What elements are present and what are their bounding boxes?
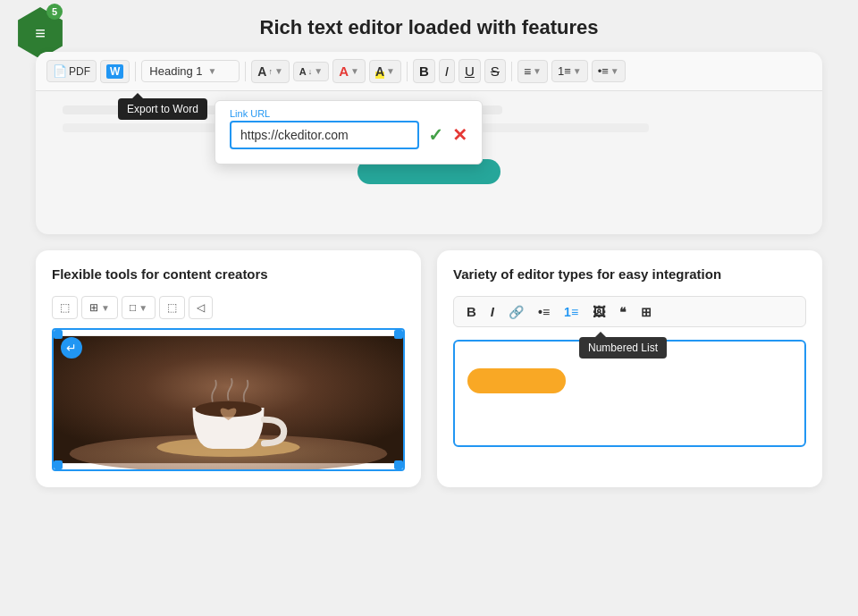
link-url-label: Link URL bbox=[226, 108, 273, 119]
right-panel-title: Variety of editor types for easy integra… bbox=[453, 266, 806, 282]
img-align-icon: □ bbox=[130, 301, 136, 314]
img-visibility-button[interactable]: ◁ bbox=[189, 296, 213, 319]
chevron-down-icon: ▼ bbox=[208, 66, 217, 76]
img-align-button[interactable]: □ ▼ bbox=[122, 296, 156, 319]
word-icon: W bbox=[106, 64, 123, 79]
pdf-icon: 📄 bbox=[53, 64, 67, 78]
bold-button[interactable]: B bbox=[413, 59, 435, 83]
link-cancel-button[interactable]: ✕ bbox=[452, 124, 467, 146]
numbered-list-icon-top: 1≡ bbox=[558, 64, 571, 78]
right-image-button[interactable]: 🖼 bbox=[589, 303, 609, 321]
chevron-down-icon-6: ▼ bbox=[533, 66, 542, 76]
coffee-image bbox=[54, 330, 403, 469]
export-pdf-button[interactable]: 📄 PDF bbox=[46, 60, 97, 82]
resize-handle-bl[interactable] bbox=[54, 460, 63, 469]
font-color-icon: A bbox=[339, 63, 349, 79]
image-container[interactable]: ↵ bbox=[52, 328, 405, 471]
right-blockquote-button[interactable]: ❝ bbox=[616, 303, 630, 321]
align-icon: ≡ bbox=[524, 64, 531, 79]
chevron-down-icon-3: ▼ bbox=[314, 66, 323, 76]
img-inline-icon: ⬚ bbox=[60, 301, 70, 314]
img-resize-icon: ⬚ bbox=[167, 301, 177, 314]
left-panel-title: Flexible tools for content creators bbox=[52, 266, 405, 282]
link-url-input[interactable] bbox=[230, 121, 419, 149]
strikethrough-button[interactable]: S bbox=[484, 59, 506, 83]
italic-button[interactable]: I bbox=[439, 59, 455, 83]
yellow-action-button[interactable] bbox=[467, 368, 566, 393]
top-editor-panel: 📄 PDF W Heading 1 ▼ A ↑ ▼ A ↓ ▼ A ▼ bbox=[36, 52, 822, 234]
export-word-tooltip: Export to Word bbox=[118, 98, 207, 120]
toolbar-separator-3 bbox=[407, 62, 408, 81]
align-button[interactable]: ≡ ▼ bbox=[517, 60, 548, 83]
right-numbered-list-button[interactable]: 1≡ bbox=[560, 303, 582, 321]
img-inline-button[interactable]: ⬚ bbox=[52, 296, 78, 319]
toolbar-separator-2 bbox=[245, 62, 246, 81]
italic-icon: I bbox=[445, 63, 449, 79]
resize-handle-br[interactable] bbox=[394, 460, 403, 469]
right-bold-button[interactable]: B bbox=[463, 302, 480, 321]
strikethrough-icon: S bbox=[491, 63, 500, 79]
font-size-down-icon: A bbox=[299, 66, 307, 77]
right-editor-toolbar: B I 🔗 •≡ 1≡ 🖼 ❝ ⊞ Numbered List bbox=[453, 296, 806, 327]
resize-handle-tr[interactable] bbox=[394, 330, 403, 339]
right-table-button[interactable]: ⊞ bbox=[637, 303, 655, 321]
toolbar-separator-1 bbox=[135, 62, 136, 81]
numbered-list-button-top[interactable]: 1≡ ▼ bbox=[551, 60, 588, 82]
logo-icon: ≡ bbox=[35, 24, 46, 42]
link-confirm-button[interactable]: ✓ bbox=[428, 124, 443, 146]
img-visibility-icon: ◁ bbox=[197, 301, 205, 314]
editor-toolbar: 📄 PDF W Heading 1 ▼ A ↑ ▼ A ↓ ▼ A ▼ bbox=[36, 52, 822, 91]
notification-badge: 5 bbox=[46, 4, 63, 20]
page-header: Rich text editor loaded with features bbox=[0, 0, 858, 52]
export-word-button[interactable]: W bbox=[100, 60, 130, 83]
font-size-increase-button[interactable]: A ↑ ▼ bbox=[251, 60, 290, 83]
right-bullet-list-button[interactable]: •≡ bbox=[534, 303, 553, 321]
chevron-down-icon-img2: ▼ bbox=[139, 303, 147, 313]
highlight-button[interactable]: A ▼ bbox=[369, 60, 401, 83]
toolbar-separator-4 bbox=[511, 62, 512, 81]
chevron-down-icon-2: ▼ bbox=[274, 66, 283, 76]
underline-icon: U bbox=[465, 63, 475, 79]
chevron-down-icon-8: ▼ bbox=[610, 66, 619, 76]
chevron-down-icon-4: ▼ bbox=[350, 66, 359, 76]
numbered-list-tooltip: Numbered List bbox=[579, 337, 667, 359]
img-resize-button[interactable]: ⬚ bbox=[159, 296, 185, 319]
page-title: Rich text editor loaded with features bbox=[0, 16, 858, 39]
image-handle[interactable]: ↵ bbox=[61, 337, 82, 359]
left-panel: Flexible tools for content creators ⬚ ⊞ … bbox=[36, 250, 421, 487]
font-size-decrease-button[interactable]: A ↓ ▼ bbox=[293, 62, 329, 81]
bullet-list-button[interactable]: •≡ ▼ bbox=[592, 60, 626, 82]
chevron-down-icon-5: ▼ bbox=[386, 66, 395, 76]
bullet-list-icon: •≡ bbox=[598, 64, 609, 78]
link-input-row: ✓ ✕ bbox=[230, 121, 467, 149]
chevron-down-icon-7: ▼ bbox=[573, 66, 582, 76]
bottom-panels: Flexible tools for content creators ⬚ ⊞ … bbox=[36, 250, 822, 487]
underline-button[interactable]: U bbox=[458, 59, 481, 83]
font-color-button[interactable]: A ▼ bbox=[332, 59, 366, 83]
font-size-up-icon: A bbox=[257, 64, 266, 79]
right-italic-button[interactable]: I bbox=[487, 302, 498, 321]
img-side-icon: ⊞ bbox=[89, 301, 98, 314]
heading-select[interactable]: Heading 1 ▼ bbox=[141, 60, 240, 82]
chevron-down-icon-img1: ▼ bbox=[101, 303, 110, 313]
right-link-button[interactable]: 🔗 bbox=[505, 303, 527, 321]
bold-icon: B bbox=[419, 63, 429, 79]
img-side-button[interactable]: ⊞ ▼ bbox=[81, 296, 118, 319]
highlight-icon: A bbox=[375, 64, 384, 79]
resize-handle-tl[interactable] bbox=[54, 330, 63, 339]
link-popup: Link URL ✓ ✕ bbox=[214, 100, 483, 165]
image-toolbar: ⬚ ⊞ ▼ □ ▼ ⬚ ◁ bbox=[52, 296, 405, 319]
right-panel: Variety of editor types for easy integra… bbox=[437, 250, 822, 487]
